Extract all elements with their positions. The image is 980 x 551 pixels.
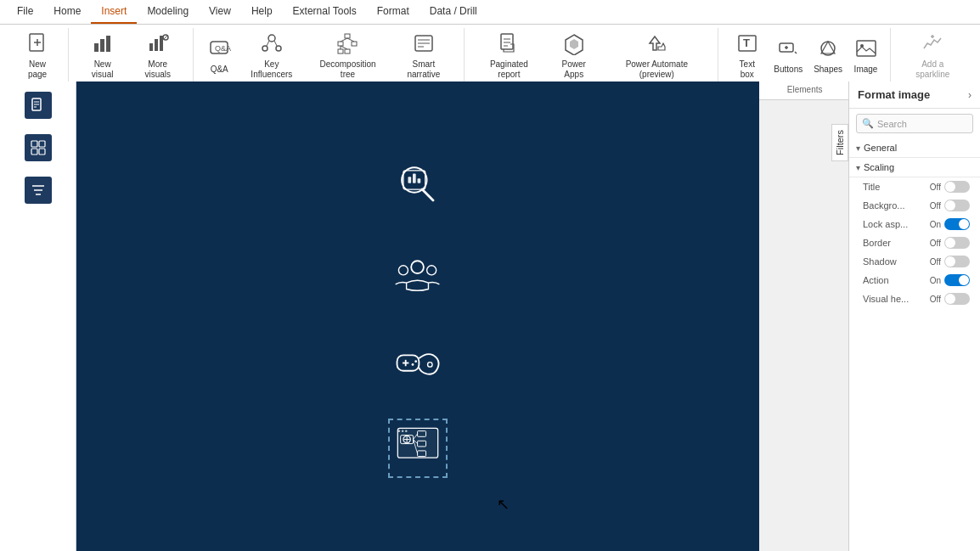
power-apps-label: Power Apps bbox=[552, 59, 596, 80]
border-row: Border Off bbox=[849, 233, 980, 252]
paginated-report-button[interactable]: Paginated report bbox=[473, 28, 544, 83]
more-visuals-label: More visuals bbox=[134, 59, 181, 80]
smart-narrative-button[interactable]: Smart narrative bbox=[391, 28, 458, 83]
action-row: Action On bbox=[849, 271, 980, 290]
tab-insert[interactable]: Insert bbox=[91, 0, 137, 24]
new-visual-button[interactable]: New visual bbox=[77, 28, 127, 83]
text-box-label: Text box bbox=[732, 59, 763, 80]
lock-aspect-toggle[interactable]: On bbox=[930, 218, 970, 230]
search-icon: 🔍 bbox=[862, 118, 874, 129]
new-visual-icon bbox=[91, 31, 115, 58]
scaling-section: ▾ Scaling bbox=[849, 158, 980, 177]
shadow-toggle[interactable]: Off bbox=[930, 256, 970, 267]
tab-view[interactable]: View bbox=[199, 0, 241, 24]
visual-header-toggle-track[interactable] bbox=[944, 293, 970, 305]
right-panel-header: Format image › bbox=[849, 82, 980, 109]
new-page-button[interactable]: New page bbox=[14, 28, 61, 83]
paginated-report-icon bbox=[497, 31, 521, 58]
sidebar-item-filters[interactable] bbox=[0, 170, 76, 211]
more-visuals-button[interactable]: More visuals bbox=[129, 28, 186, 83]
visuals-sidebar-icon bbox=[25, 134, 52, 161]
svg-rect-19 bbox=[338, 42, 343, 46]
buttons-button[interactable]: Buttons bbox=[769, 33, 808, 78]
svg-rect-64 bbox=[418, 178, 421, 183]
visual-header-toggle[interactable]: Off bbox=[930, 293, 970, 305]
action-row-label: Action bbox=[863, 275, 889, 285]
svg-rect-6 bbox=[149, 43, 153, 51]
key-influencers-button[interactable]: Key Influencers bbox=[238, 28, 305, 83]
buttons-label: Buttons bbox=[774, 65, 803, 75]
tab-help[interactable]: Help bbox=[241, 0, 283, 24]
new-page-label: New page bbox=[19, 59, 56, 80]
visual-header-toggle-label: Off bbox=[930, 295, 941, 304]
text-box-icon: T bbox=[735, 31, 759, 58]
add-sparkline-button[interactable]: Add a sparkline bbox=[899, 28, 967, 83]
sidebar-item-pages[interactable] bbox=[0, 85, 76, 126]
svg-line-26 bbox=[341, 46, 347, 49]
shadow-toggle-track[interactable] bbox=[944, 256, 970, 267]
image-button[interactable]: Image bbox=[849, 33, 883, 78]
general-section: ▾ General bbox=[849, 138, 980, 158]
action-toggle[interactable]: On bbox=[930, 274, 970, 286]
filters-tab[interactable]: Filters bbox=[831, 124, 848, 161]
panel-search-input[interactable]: 🔍 Search bbox=[856, 114, 973, 133]
tab-format[interactable]: Format bbox=[367, 0, 420, 24]
qa-icon: Q&A bbox=[207, 37, 231, 63]
svg-line-17 bbox=[274, 41, 277, 46]
svg-rect-18 bbox=[345, 34, 350, 38]
title-toggle[interactable]: Off bbox=[930, 181, 970, 193]
svg-rect-20 bbox=[352, 42, 357, 46]
title-toggle-track[interactable] bbox=[944, 181, 970, 193]
power-automate-label: Power Automate (preview) bbox=[608, 59, 706, 80]
power-automate-button[interactable]: Power Automate (preview) bbox=[603, 28, 711, 83]
svg-rect-63 bbox=[413, 173, 416, 183]
team-icon[interactable] bbox=[388, 249, 448, 308]
action-toggle-label: On bbox=[930, 276, 941, 285]
svg-rect-4 bbox=[100, 39, 104, 52]
general-section-header[interactable]: ▾ General bbox=[849, 138, 980, 157]
scaling-chevron-icon: ▾ bbox=[856, 163, 860, 172]
search-placeholder: Search bbox=[877, 119, 907, 129]
background-toggle-track[interactable] bbox=[944, 200, 970, 211]
title-row-label: Title bbox=[863, 182, 880, 192]
background-toggle[interactable]: Off bbox=[930, 200, 970, 211]
shapes-button[interactable]: Shapes bbox=[809, 33, 848, 78]
right-panel: Format image › 🔍 Search ▾ General ▾ Scal… bbox=[848, 82, 980, 551]
filters-sidebar-icon bbox=[25, 177, 52, 204]
gamepad-chain-icon[interactable] bbox=[388, 334, 448, 393]
shadow-row-label: Shadow bbox=[863, 256, 897, 267]
tab-modeling[interactable]: Modeling bbox=[137, 0, 199, 24]
scaling-section-header[interactable]: ▾ Scaling bbox=[849, 158, 980, 177]
power-apps-icon bbox=[562, 31, 586, 58]
border-toggle[interactable]: Off bbox=[930, 237, 970, 249]
border-toggle-track[interactable] bbox=[944, 237, 970, 249]
tab-data-drill[interactable]: Data / Drill bbox=[420, 0, 487, 24]
tab-external-tools[interactable]: External Tools bbox=[283, 0, 367, 24]
svg-point-15 bbox=[276, 46, 281, 51]
lock-aspect-toggle-track[interactable] bbox=[944, 218, 970, 230]
tab-home[interactable]: Home bbox=[43, 0, 91, 24]
key-influencers-icon bbox=[260, 31, 284, 58]
panel-collapse-button[interactable]: › bbox=[968, 89, 972, 101]
new-visual-label: New visual bbox=[82, 59, 122, 80]
qa-button[interactable]: Q&A Q&A bbox=[202, 33, 236, 78]
decomp-tree-label: Decomposition tree bbox=[312, 59, 383, 80]
canvas[interactable] bbox=[76, 82, 759, 551]
workflow-icon[interactable] bbox=[388, 419, 448, 478]
format-image-title: Format image bbox=[858, 88, 930, 101]
svg-line-16 bbox=[267, 41, 269, 46]
title-row: Title Off bbox=[849, 177, 980, 196]
smart-narrative-icon bbox=[412, 31, 436, 58]
analytics-icon[interactable] bbox=[388, 155, 448, 215]
key-influencers-label: Key Influencers bbox=[243, 59, 300, 80]
sidebar-item-visuals[interactable] bbox=[0, 127, 76, 168]
power-apps-button[interactable]: Power Apps bbox=[547, 28, 601, 83]
svg-rect-21 bbox=[338, 49, 343, 53]
decomp-tree-button[interactable]: Decomposition tree bbox=[307, 28, 388, 83]
svg-point-68 bbox=[427, 265, 436, 274]
text-box-button[interactable]: T Text box bbox=[727, 28, 768, 83]
action-toggle-track[interactable] bbox=[944, 274, 970, 286]
tab-file[interactable]: File bbox=[7, 0, 43, 24]
svg-rect-5 bbox=[106, 36, 110, 52]
background-row-label: Backgro... bbox=[863, 200, 905, 211]
